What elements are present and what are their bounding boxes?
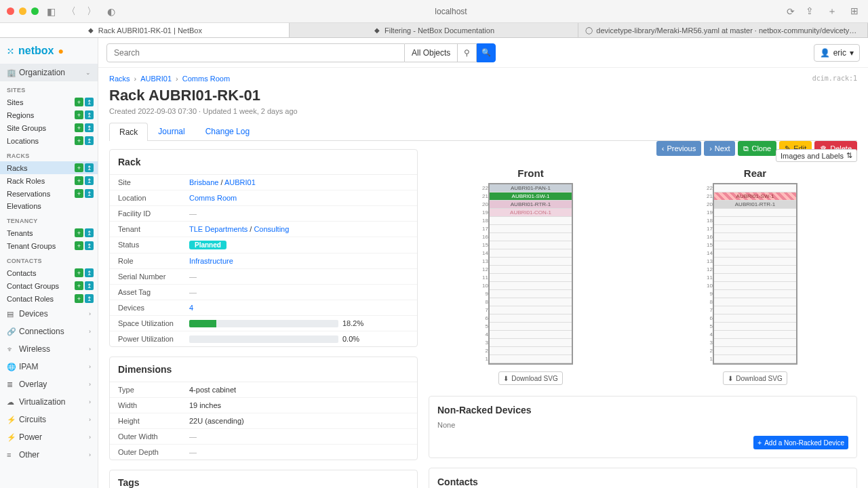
minimize-window-icon[interactable] [19,7,26,15]
breadcrumb-link[interactable]: Racks [109,75,130,83]
rack-unit-device[interactable]: 21AUBRI01-SW-1 [490,192,572,201]
rack-unit-empty[interactable]: 5 [490,323,572,331]
close-window-icon[interactable] [7,7,14,15]
rack-unit-empty[interactable]: 12 [490,266,572,274]
download-svg-rear-button[interactable]: ⬇ Download SVG [723,371,787,385]
sidebar-item-tenant-groups[interactable]: Tenant Groups+↥ [0,239,98,252]
maximize-window-icon[interactable] [31,7,39,15]
sidebar-item-site-groups[interactable]: Site Groups+↥ [0,121,98,134]
user-menu[interactable]: 👤 eric ▾ [814,44,860,62]
nav-group-connections[interactable]: 🔗Connections› [0,323,98,340]
nav-group-virtualization[interactable]: ☁Virtualization› [0,393,98,411]
rack-unit-empty[interactable]: 4 [714,331,796,339]
rack-unit-empty[interactable]: 15 [490,241,572,249]
rack-unit-empty[interactable]: 11 [714,274,796,282]
sidebar-item-elevations[interactable]: Elevations [0,200,98,212]
rack-unit-device[interactable]: 19AUBRI01-CON-1 [490,209,572,217]
nav-group-wireless[interactable]: ᯤWireless› [0,340,98,358]
search-scope-select[interactable]: All Objects [405,43,458,62]
add-icon[interactable]: + [75,294,83,303]
sidebar-item-tenants[interactable]: Tenants+↥ [0,226,98,239]
import-icon[interactable]: ↥ [85,281,94,290]
tabs-icon[interactable]: ⊞ [848,5,861,18]
search-button[interactable]: 🔍 [477,43,496,62]
add-icon[interactable]: + [75,123,83,132]
forward-icon[interactable]: 〉 [84,5,99,18]
rack-unit-empty[interactable]: 9 [714,290,796,298]
rack-unit-empty[interactable]: 1 [714,355,796,363]
browser-tab-3[interactable]: ◯ devicetype-library/Meraki-MR56.yaml at… [578,23,868,37]
url-bar[interactable]: localhost [123,7,778,16]
browser-tab-1[interactable]: ◆ Rack AUBRI01-RK-01 | NetBox [0,23,290,37]
rack-unit-empty[interactable]: 13 [490,258,572,266]
rack-unit-empty[interactable]: 4 [490,331,572,339]
rack-unit-empty[interactable]: 6 [490,314,572,323]
rack-unit-device[interactable]: 21AUBRI01-SW-1 [714,192,796,201]
rack-unit-empty[interactable]: 14 [714,249,796,258]
import-icon[interactable]: ↥ [85,163,94,172]
rack-unit-empty[interactable]: 16 [714,233,796,241]
sidebar-toggle-icon[interactable]: ◧ [44,6,58,17]
rack-unit-empty[interactable]: 3 [490,339,572,347]
rack-unit-empty[interactable]: 22 [714,184,796,192]
refresh-icon[interactable]: ⟳ [784,6,797,17]
add-non-racked-button[interactable]: + Add a Non-Racked Device [753,436,848,449]
browser-tab-2[interactable]: ◆ Filtering - NetBox Documentation [290,23,579,37]
import-icon[interactable]: ↥ [85,176,94,185]
import-icon[interactable]: ↥ [85,98,94,106]
tab-rack[interactable]: Rack [109,123,148,141]
rack-unit-empty[interactable]: 9 [490,290,572,298]
breadcrumb-link[interactable]: AUBRI01 [140,75,172,83]
rack-unit-empty[interactable]: 7 [714,306,796,314]
rack-unit-empty[interactable]: 12 [714,266,796,274]
sidebar-item-sites[interactable]: Sites+↥ [0,96,98,108]
rack-unit-empty[interactable]: 17 [714,225,796,233]
add-icon[interactable]: + [75,163,83,172]
rack-unit-empty[interactable]: 18 [490,217,572,225]
search-input[interactable] [106,43,405,62]
add-icon[interactable]: + [75,110,83,119]
import-icon[interactable]: ↥ [85,123,94,132]
shield-icon[interactable]: ◐ [104,6,118,17]
sidebar-item-regions[interactable]: Regions+↥ [0,108,98,121]
rack-unit-device[interactable]: 20AUBRI01-RTR-1 [714,201,796,209]
import-icon[interactable]: ↥ [85,228,94,237]
sidebar-item-racks[interactable]: Racks+↥ [0,161,98,174]
elevation-view-select[interactable]: Images and Labels ⇅ [776,149,857,162]
rack-unit-empty[interactable]: 8 [714,298,796,306]
nav-group-other[interactable]: ≡Other› [0,446,98,464]
import-icon[interactable]: ↥ [85,241,94,250]
rack-unit-empty[interactable]: 14 [490,249,572,258]
nav-group-overlay[interactable]: ≣Overlay› [0,375,98,393]
rack-unit-empty[interactable]: 10 [490,282,572,290]
sidebar-item-locations[interactable]: Locations+↥ [0,134,98,147]
sidebar-item-contacts[interactable]: Contacts+↥ [0,266,98,279]
devices-link[interactable]: 4 [189,304,193,312]
import-icon[interactable]: ↥ [85,268,94,277]
nav-group-power[interactable]: ⚡Power› [0,428,98,446]
rack-unit-empty[interactable]: 17 [490,225,572,233]
rack-unit-device[interactable]: 20AUBRI01-RTR-1 [490,201,572,209]
nav-group-organization[interactable]: 🏢 Organization ⌄ [0,64,98,81]
search-filter-button[interactable]: ⚲ [458,43,477,62]
breadcrumb-link[interactable]: Comms Room [182,75,230,83]
rack-unit-empty[interactable]: 18 [714,217,796,225]
logo[interactable]: netbox ● [0,38,98,64]
sidebar-item-rack-roles[interactable]: Rack Roles+↥ [0,174,98,187]
share-icon[interactable]: ⇪ [803,5,816,18]
nav-group-circuits[interactable]: ⚡Circuits› [0,411,98,428]
rack-unit-empty[interactable]: 7 [490,306,572,314]
add-icon[interactable]: + [75,98,83,106]
import-icon[interactable]: ↥ [85,189,94,198]
site-region-link[interactable]: Brisbane [189,178,218,186]
add-icon[interactable]: + [75,268,83,277]
rack-unit-empty[interactable]: 2 [490,347,572,355]
tenant-group-link[interactable]: TLE Departments [189,225,248,233]
rack-unit-empty[interactable]: 15 [714,241,796,249]
rack-unit-empty[interactable]: 13 [714,258,796,266]
add-icon[interactable]: + [75,189,83,198]
add-icon[interactable]: + [75,176,83,185]
import-icon[interactable]: ↥ [85,136,94,145]
rack-unit-empty[interactable]: 6 [714,314,796,323]
add-icon[interactable]: + [75,241,83,250]
